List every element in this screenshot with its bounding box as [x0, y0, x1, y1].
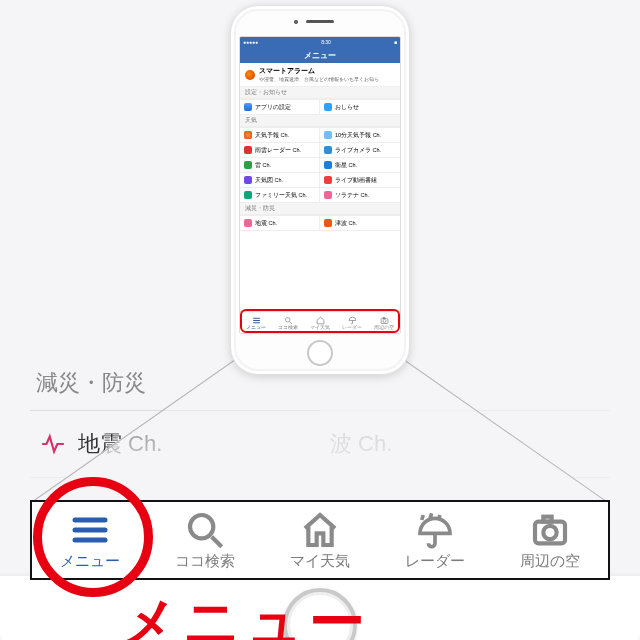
tab-camera[interactable]: 周辺の空	[493, 510, 608, 571]
section-header-settings: 設定・お知らせ	[240, 87, 400, 99]
radar-icon	[244, 146, 252, 154]
item-thunder[interactable]: 雷 Ch.	[240, 157, 320, 172]
tab-label: 周辺の空	[520, 552, 580, 569]
item-forecast[interactable]: 天気予報 Ch.	[240, 127, 320, 142]
tab-label: マイ天気	[290, 552, 350, 569]
item-weather-map[interactable]: 天気図 Ch.	[240, 172, 320, 187]
camera-icon	[324, 146, 332, 154]
item-satellite[interactable]: 衛星 Ch.	[320, 157, 400, 172]
map-icon	[244, 176, 252, 184]
svg-rect-18	[544, 516, 552, 521]
svg-point-3	[285, 318, 290, 323]
weather-grid: 天気予報 Ch. 10分天気予報 Ch. 雨雲レーダー Ch. ライブカメラ C…	[240, 127, 400, 203]
wave-icon	[324, 219, 332, 227]
section-header-weather: 天気	[240, 115, 400, 127]
svg-line-14	[430, 513, 432, 518]
phone-home-button-small[interactable]	[307, 340, 333, 366]
item-rain-radar[interactable]: 雨雲レーダー Ch.	[240, 142, 320, 157]
tab-bar-large: メニュー ココ検索 マイ天気 レーダー 周辺の空	[30, 500, 610, 580]
sensor-icon	[324, 191, 332, 199]
section-header-disaster-sm: 減災・防災	[240, 203, 400, 215]
item-earthquake-sm[interactable]: 地震 Ch.	[240, 215, 320, 230]
pulse-icon	[40, 431, 66, 457]
tab-radar-sm[interactable]: レーダー	[336, 315, 368, 330]
tab-label: メニュー	[60, 552, 120, 569]
alarm-text: スマートアラーム や浸雷、地震速津、台風などの情報をいち早くお知ら	[259, 67, 379, 82]
annotation-label: メニュー	[120, 585, 371, 640]
svg-line-13	[422, 515, 424, 520]
camera-icon	[530, 510, 570, 550]
status-time: 8:30	[321, 39, 331, 45]
tab-label: ココ検索	[175, 552, 235, 569]
info-icon	[324, 103, 332, 111]
item-notice[interactable]: おしらせ	[320, 99, 400, 114]
phone-camera-dot	[294, 20, 298, 24]
smart-alarm-row[interactable]: スマートアラーム や浸雷、地震速津、台風などの情報をいち早くお知ら	[240, 63, 400, 87]
item-10min-forecast[interactable]: 10分天気予報 Ch.	[320, 127, 400, 142]
status-carrier: ●●●●●	[243, 39, 258, 45]
item-app-settings[interactable]: アプリの設定	[240, 99, 320, 114]
item-live-video[interactable]: ライブ動画番組	[320, 172, 400, 187]
status-bar: ●●●●● 8:30 ■	[240, 37, 400, 47]
search-icon	[284, 316, 293, 325]
list-item-earthquake[interactable]: 地震 Ch.	[30, 410, 320, 477]
tab-bar-small: メニュー ココ検索 マイ天気 レーダー 周辺の空	[240, 311, 400, 333]
gear-icon	[244, 103, 252, 111]
home-icon	[300, 510, 340, 550]
svg-point-6	[383, 319, 386, 322]
svg-line-12	[211, 536, 221, 546]
svg-rect-7	[383, 318, 385, 319]
tab-search[interactable]: ココ検索	[147, 510, 262, 571]
item-tsunami-sm[interactable]: 津波 Ch.	[320, 215, 400, 230]
bolt-icon	[244, 161, 252, 169]
list-item-label: 波 Ch.	[330, 429, 392, 459]
tab-search-sm[interactable]: ココ検索	[272, 315, 304, 330]
family-icon	[244, 191, 252, 199]
clock-icon	[324, 131, 332, 139]
tab-home-sm[interactable]: マイ天気	[304, 315, 336, 330]
settings-grid: アプリの設定 おしらせ	[240, 99, 400, 115]
item-livecam[interactable]: ライブカメラ Ch.	[320, 142, 400, 157]
svg-line-4	[289, 322, 291, 324]
item-soratena[interactable]: ソラテナ Ch.	[320, 187, 400, 202]
umbrella-rain-icon	[415, 510, 455, 550]
tab-radar[interactable]: レーダー	[378, 510, 493, 571]
tab-label: レーダー	[405, 552, 465, 569]
menu-icon	[70, 510, 110, 550]
nav-title: メニュー	[304, 50, 336, 61]
tab-menu-sm[interactable]: メニュー	[240, 315, 272, 330]
svg-line-15	[439, 515, 441, 520]
menu-icon	[252, 316, 261, 325]
svg-point-17	[544, 525, 557, 538]
phone-screen-small: ●●●●● 8:30 ■ メニュー スマートアラーム や浸雷、地震速津、台風など…	[239, 36, 401, 334]
list-item-tsunami[interactable]: 波 Ch.	[320, 410, 610, 477]
tab-home[interactable]: マイ天気	[262, 510, 377, 571]
nav-bar: メニュー	[240, 47, 400, 63]
alarm-icon	[245, 70, 255, 80]
play-icon	[324, 176, 332, 184]
list-item-label: 地震 Ch.	[78, 429, 162, 459]
umbrella-icon	[348, 316, 357, 325]
phone-earpiece	[306, 20, 334, 23]
pulse-icon	[244, 219, 252, 227]
sun-icon	[244, 131, 252, 139]
search-icon	[185, 510, 225, 550]
svg-point-11	[190, 515, 213, 538]
camera-icon	[380, 316, 389, 325]
disaster-grid: 地震 Ch. 津波 Ch.	[240, 215, 400, 231]
home-icon	[316, 316, 325, 325]
satellite-icon	[324, 161, 332, 169]
phone-frame-small: ●●●●● 8:30 ■ メニュー スマートアラーム や浸雷、地震速津、台風など…	[230, 5, 410, 375]
tab-camera-sm[interactable]: 周辺の空	[368, 315, 400, 330]
tab-menu[interactable]: メニュー	[32, 510, 147, 571]
item-family-weather[interactable]: ファミリー天気 Ch.	[240, 187, 320, 202]
status-battery: ■	[394, 39, 397, 45]
